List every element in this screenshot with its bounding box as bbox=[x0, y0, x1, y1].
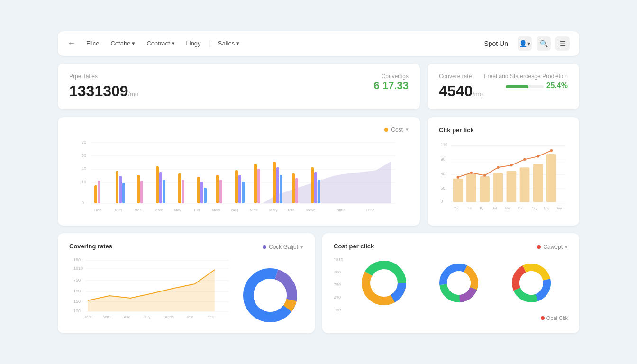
cpc-bottom-legend: Opal Cltk bbox=[334, 315, 568, 321]
svg-rect-25 bbox=[216, 175, 219, 203]
progress-bar-fill bbox=[506, 85, 528, 88]
svg-rect-10 bbox=[94, 185, 97, 203]
donut-3 bbox=[510, 262, 553, 306]
cpc-legend-label: Cawept bbox=[543, 244, 563, 250]
kpi-title-2: Convere rate bbox=[439, 73, 483, 80]
svg-text:Jaly: Jaly bbox=[186, 315, 193, 319]
svg-rect-29 bbox=[242, 182, 245, 203]
nav-item-lingy[interactable]: Lingy bbox=[182, 37, 206, 50]
svg-text:Mary: Mary bbox=[269, 208, 278, 212]
user-icon[interactable]: 👤▾ bbox=[518, 36, 532, 51]
svg-rect-15 bbox=[137, 175, 140, 203]
legend-dot-cost bbox=[384, 128, 388, 132]
svg-text:150: 150 bbox=[73, 299, 81, 304]
svg-rect-70 bbox=[533, 164, 543, 202]
svg-text:Tot: Tot bbox=[454, 206, 459, 210]
cpc-bottom-dot bbox=[541, 316, 545, 320]
svg-text:10: 10 bbox=[82, 180, 86, 184]
svg-rect-13 bbox=[119, 176, 122, 203]
chevron-down-icon-cpc[interactable]: ▾ bbox=[565, 244, 568, 250]
kpi-title-1: Prpel faties bbox=[69, 73, 138, 80]
svg-point-77 bbox=[523, 158, 526, 161]
svg-text:Fring: Fring bbox=[366, 208, 374, 212]
svg-text:20: 20 bbox=[82, 140, 86, 145]
nav-item-cotabe[interactable]: Cotabe ▾ bbox=[106, 37, 140, 50]
svg-marker-101 bbox=[88, 270, 215, 311]
svg-text:0: 0 bbox=[441, 199, 443, 204]
svg-rect-11 bbox=[98, 181, 100, 203]
svg-text:Jay: Jay bbox=[556, 206, 562, 210]
svg-text:Jaot: Jaot bbox=[84, 315, 92, 319]
back-button[interactable]: ← bbox=[67, 38, 76, 48]
svg-text:50: 50 bbox=[441, 172, 446, 176]
svg-text:Jot: Jot bbox=[492, 206, 498, 210]
cpc-chart-title: Cltk per lick bbox=[439, 127, 568, 134]
covering-rates-card: Covering rates Cock Galjet ▾ 160 1810 75… bbox=[58, 233, 315, 333]
svg-text:50: 50 bbox=[441, 186, 446, 191]
nav-item-salles[interactable]: Salles ▾ bbox=[213, 37, 244, 50]
chevron-down-icon: ▾ bbox=[132, 40, 135, 47]
nav-items: Flice Cotabe ▾ Contract ▾ Lingy | Salles… bbox=[82, 37, 484, 50]
search-icon[interactable]: 🔍 bbox=[537, 36, 551, 51]
kpi-right-value-1: 6 17.33 bbox=[374, 80, 409, 92]
cost-per-click-card: Cost per click Cawept ▾ 1810 200 750 290… bbox=[322, 233, 579, 333]
svg-rect-69 bbox=[520, 167, 530, 202]
svg-rect-31 bbox=[257, 169, 260, 203]
chevron-down-icon-covering[interactable]: ▾ bbox=[300, 244, 303, 250]
kpi-right-label-1: Convertigs bbox=[374, 73, 409, 80]
svg-rect-65 bbox=[466, 174, 476, 202]
svg-text:Dec: Dec bbox=[94, 208, 101, 212]
covering-legend-label: Cock Galjet bbox=[269, 244, 298, 250]
kpi-right-value-2: 25.4% bbox=[546, 82, 568, 90]
svg-rect-32 bbox=[273, 162, 276, 203]
svg-point-76 bbox=[510, 164, 513, 166]
svg-text:40: 40 bbox=[82, 166, 86, 171]
svg-text:Aprel: Aprel bbox=[165, 315, 174, 319]
svg-text:Nins: Nins bbox=[250, 208, 257, 212]
nav-item-contract[interactable]: Contract ▾ bbox=[142, 37, 179, 50]
charts-row-1: Cost ▾ 20 50 40 10 0 bbox=[58, 117, 579, 226]
svg-text:Turt: Turt bbox=[193, 208, 200, 212]
svg-text:Move: Move bbox=[306, 208, 316, 212]
svg-text:Mars: Mars bbox=[212, 208, 220, 212]
svg-rect-38 bbox=[314, 172, 317, 203]
nav-item-flice[interactable]: Flice bbox=[82, 37, 104, 50]
progress-bar-wrap bbox=[506, 85, 544, 88]
nav-right: Spot Un 👤▾ 🔍 ☰ bbox=[484, 36, 570, 51]
cpc-bottom-label: Opal Cltk bbox=[546, 315, 568, 321]
cost-per-click-body: 1810 200 750 290 150 bbox=[334, 255, 568, 312]
kpi-card-convere: Convere rate 4540/mo Freet and Staterdes… bbox=[428, 64, 579, 109]
svg-text:July: July bbox=[144, 315, 150, 319]
chevron-down-icon[interactable]: ▾ bbox=[406, 127, 409, 133]
donut-3-svg bbox=[510, 262, 553, 304]
menu-icon[interactable]: ☰ bbox=[555, 36, 570, 51]
covering-area-chart: 160 1810 750 180 150 100 bbox=[69, 255, 237, 324]
covering-legend-dot bbox=[263, 245, 266, 249]
svg-rect-17 bbox=[156, 166, 159, 203]
svg-point-72 bbox=[457, 176, 460, 179]
covering-donut-svg bbox=[242, 267, 299, 324]
svg-text:110: 110 bbox=[441, 142, 447, 147]
donut-1-svg bbox=[360, 259, 408, 307]
svg-point-75 bbox=[497, 166, 500, 169]
svg-rect-27 bbox=[235, 170, 238, 203]
main-chart-legend: Cost bbox=[391, 127, 403, 133]
svg-text:Tara: Tara bbox=[287, 208, 295, 212]
kpi-card-prpel: Prpel faties 1331309/mo Convertigs 6 17.… bbox=[58, 64, 420, 109]
svg-rect-37 bbox=[311, 167, 314, 203]
svg-point-112 bbox=[254, 279, 287, 312]
svg-point-73 bbox=[470, 171, 473, 174]
svg-point-126 bbox=[519, 271, 543, 295]
svg-rect-71 bbox=[546, 154, 556, 202]
svg-rect-34 bbox=[280, 175, 282, 203]
svg-text:100: 100 bbox=[73, 309, 81, 313]
svg-rect-24 bbox=[204, 188, 207, 203]
svg-text:Asy: Asy bbox=[531, 206, 537, 210]
bottom-row: Covering rates Cock Galjet ▾ 160 1810 75… bbox=[58, 233, 579, 333]
svg-text:Nurt: Nurt bbox=[115, 208, 122, 212]
svg-text:Dat: Dat bbox=[518, 206, 524, 210]
svg-point-78 bbox=[537, 155, 539, 157]
svg-text:Mly: Mly bbox=[544, 206, 549, 210]
svg-text:Nime: Nime bbox=[337, 208, 346, 212]
svg-rect-36 bbox=[295, 178, 298, 203]
